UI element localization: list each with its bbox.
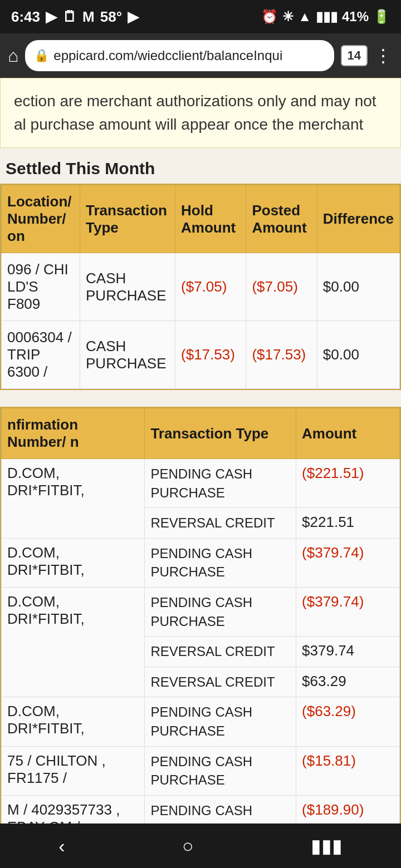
settled-table: Location/ Number/ on Transaction Type Ho…	[1, 185, 400, 389]
pending-amount: ($379.74)	[296, 587, 400, 636]
battery-icon: 🔋	[373, 9, 390, 24]
recent-apps-button[interactable]: ▮▮▮	[311, 835, 343, 857]
pending-type: REVERSAL CREDIT	[145, 667, 296, 697]
url-bar[interactable]: 🔒 eppicard.com/wiedcclient/balanceInqui	[25, 40, 334, 71]
pending-confirmation: D.COM, DRI*FITBIT,	[2, 459, 145, 539]
settled-location: 0006304 / TRIP 6300 /	[2, 321, 80, 389]
notice-line2: al purchase amount will appear once the …	[14, 113, 387, 136]
browser-bar: ⌂ 🔒 eppicard.com/wiedcclient/balanceInqu…	[0, 33, 401, 78]
settled-posted: ($7.05)	[246, 253, 317, 321]
pending-amount: ($379.74)	[296, 538, 400, 587]
pending-row: 75 / CHILTON , FR1175 / PENDING CASH PUR…	[2, 746, 400, 795]
home-icon[interactable]: ⌂	[8, 46, 18, 66]
settled-type: CASH PURCHASE	[80, 253, 175, 321]
pending-type: PENDING CASH PURCHASE	[145, 697, 296, 746]
alarm-icon: ⏰	[261, 9, 278, 24]
settled-section-title: Settled This Month	[0, 148, 401, 184]
tab-count[interactable]: 14	[341, 45, 368, 66]
pending-amount: ($221.51)	[296, 459, 400, 508]
pending-row: D.COM, DRI*FITBIT, PENDING CASH PURCHASE…	[2, 587, 400, 636]
pending-confirmation: D.COM, DRI*FITBIT,	[2, 538, 145, 587]
header-location: Location/ Number/ on	[2, 185, 80, 253]
pending-confirmation: D.COM, DRI*FITBIT,	[2, 587, 145, 697]
settled-hold: ($7.05)	[175, 253, 246, 321]
header-type: Transaction Type	[80, 185, 175, 253]
pending-type: REVERSAL CREDIT	[145, 508, 296, 539]
message-icon: 🗒	[62, 8, 77, 26]
settled-table-container: Location/ Number/ on Transaction Type Ho…	[0, 184, 401, 390]
status-left: 6:43 ▶ 🗒 M 58° ▶	[11, 8, 139, 26]
youtube-icon: ▶	[128, 8, 139, 26]
gmail-icon: M	[82, 8, 95, 26]
pending-type: PENDING CASH PURCHASE	[145, 587, 296, 636]
header-pending-amount: Amount	[296, 408, 400, 459]
pending-type: REVERSAL CREDIT	[145, 637, 296, 667]
play-icon: ▶	[46, 8, 57, 26]
settled-hold: ($17.53)	[175, 321, 246, 389]
lock-icon: 🔒	[34, 48, 49, 63]
header-confirmation: nfirmation Number/ n	[2, 408, 145, 459]
pending-row: D.COM, DRI*FITBIT, PENDING CASH PURCHASE…	[2, 538, 400, 587]
signal-icon: ▮▮▮	[316, 9, 338, 24]
pending-row: D.COM, DRI*FITBIT, PENDING CASH PURCHASE…	[2, 697, 400, 746]
pending-table-container: nfirmation Number/ n Transaction Type Am…	[0, 407, 401, 868]
pending-type: PENDING CASH PURCHASE	[145, 459, 296, 508]
pending-amount: $379.74	[296, 637, 400, 667]
temperature-display: 58°	[100, 8, 122, 26]
settled-location: 096 / CHI LD'S F809	[2, 253, 80, 321]
pending-amount: $63.29	[296, 667, 400, 697]
wifi-icon: ▲	[298, 9, 311, 24]
settled-difference: $0.00	[317, 321, 399, 389]
notice-banner: ection are merchant authorizations only …	[0, 78, 401, 148]
settled-row: 096 / CHI LD'S F809 CASH PURCHASE ($7.05…	[2, 253, 400, 321]
settled-type: CASH PURCHASE	[80, 321, 175, 389]
settled-row: 0006304 / TRIP 6300 / CASH PURCHASE ($17…	[2, 321, 400, 389]
settled-header-row: Location/ Number/ on Transaction Type Ho…	[2, 185, 400, 253]
pending-type: PENDING CASH PURCHASE	[145, 538, 296, 587]
notice-line1: ection are merchant authorizations only …	[14, 90, 387, 113]
pending-amount: ($15.81)	[296, 746, 400, 795]
status-bar: 6:43 ▶ 🗒 M 58° ▶ ⏰ ✳ ▲ ▮▮▮ 41% 🔋	[0, 0, 401, 33]
battery-display: 41%	[342, 9, 369, 24]
header-posted: Posted Amount	[246, 185, 317, 253]
home-button[interactable]: ○	[182, 835, 194, 857]
menu-dots-icon[interactable]: ⋮	[374, 45, 393, 66]
status-right: ⏰ ✳ ▲ ▮▮▮ 41% 🔋	[261, 9, 390, 24]
pending-amount: ($63.29)	[296, 697, 400, 746]
pending-row: D.COM, DRI*FITBIT, PENDING CASH PURCHASE…	[2, 459, 400, 508]
url-text: eppicard.com/wiedcclient/balanceInqui	[53, 48, 282, 63]
pending-confirmation: D.COM, DRI*FITBIT,	[2, 697, 145, 746]
settled-posted: ($17.53)	[246, 321, 317, 389]
bottom-nav: ‹ ○ ▮▮▮	[0, 823, 401, 868]
pending-header-row: nfirmation Number/ n Transaction Type Am…	[2, 408, 400, 459]
back-button[interactable]: ‹	[58, 835, 65, 857]
pending-amount: $221.51	[296, 508, 400, 539]
pending-table: nfirmation Number/ n Transaction Type Am…	[1, 408, 400, 868]
header-pending-type: Transaction Type	[145, 408, 296, 459]
pending-type: PENDING CASH PURCHASE	[145, 746, 296, 795]
header-hold: Hold Amount	[175, 185, 246, 253]
settled-difference: $0.00	[317, 253, 399, 321]
pending-confirmation: 75 / CHILTON , FR1175 /	[2, 746, 145, 795]
time-display: 6:43	[11, 8, 40, 26]
header-difference: Difference	[317, 185, 399, 253]
bluetooth-icon: ✳	[282, 9, 294, 24]
